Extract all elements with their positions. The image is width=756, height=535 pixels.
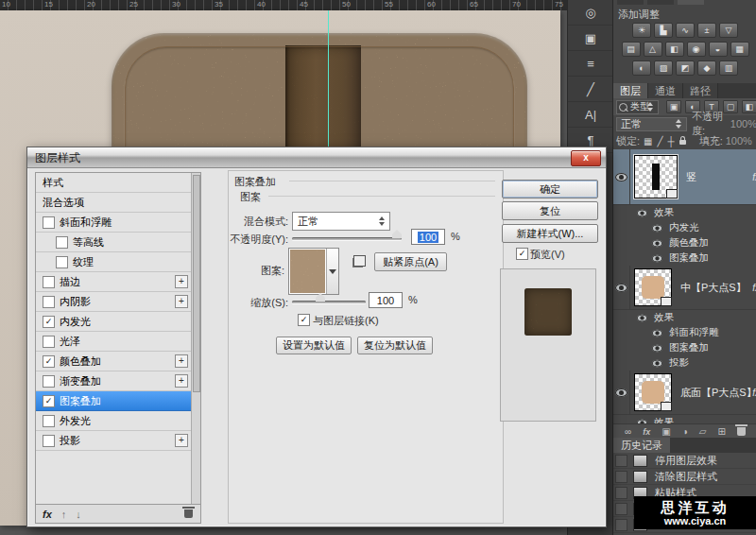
checkbox-icon[interactable] <box>43 276 55 288</box>
effects-header-row[interactable]: 效果 <box>613 205 756 220</box>
visibility-eye-icon[interactable] <box>637 314 647 321</box>
style-list-item[interactable]: 外发光 <box>36 411 192 431</box>
style-list-item[interactable]: 样式 <box>36 173 192 193</box>
color-balance-icon[interactable]: △ <box>644 42 662 57</box>
brush-presets-icon[interactable]: ≡ <box>568 51 613 77</box>
blend-mode-select[interactable]: 正常 <box>292 212 390 231</box>
style-list-item[interactable]: 光泽 <box>36 332 192 352</box>
effect-row[interactable]: 颜色叠加 <box>613 235 756 250</box>
visibility-eye-icon[interactable] <box>652 224 662 232</box>
scale-input[interactable]: 100 <box>369 292 403 308</box>
style-list-item[interactable]: ✓图案叠加 <box>36 391 192 411</box>
opacity-slider-thumb[interactable] <box>392 230 402 238</box>
checkbox-icon[interactable] <box>43 216 55 229</box>
style-list-item[interactable]: 斜面和浮雕 <box>36 213 192 233</box>
effects-header-row[interactable]: 效果 <box>613 310 756 325</box>
history-snapshot-checkbox[interactable] <box>615 519 627 531</box>
scale-slider[interactable] <box>292 301 366 303</box>
effect-row[interactable]: 投影 <box>613 355 756 371</box>
checkbox-icon[interactable] <box>56 236 68 249</box>
expand-plus-icon[interactable]: + <box>175 295 188 308</box>
layer-row[interactable]: 竖fx <box>613 149 756 205</box>
pattern-picker[interactable] <box>288 248 339 295</box>
history-snapshot-checkbox[interactable] <box>615 503 627 515</box>
tab-layers-0[interactable]: 图层 <box>613 83 648 98</box>
layer-style-icon[interactable]: fx <box>643 427 650 437</box>
style-list-item[interactable]: 内阴影+ <box>36 292 192 312</box>
move-effect-down-icon[interactable]: ↓ <box>76 509 81 520</box>
gradient-map-icon[interactable]: ▥ <box>719 60 738 76</box>
checkbox-icon[interactable] <box>43 375 55 388</box>
checkbox-icon[interactable]: ✓ <box>43 316 55 328</box>
visibility-eye-icon[interactable] <box>652 344 662 352</box>
expand-plus-icon[interactable]: + <box>175 374 188 388</box>
visibility-eye-icon[interactable] <box>652 359 662 367</box>
reset-button[interactable]: 复位 <box>502 201 598 220</box>
visibility-eye-icon[interactable] <box>615 388 627 397</box>
visibility-eye-icon[interactable] <box>615 284 627 292</box>
checkbox-icon[interactable]: ✓ <box>43 395 55 407</box>
character-panel-icon[interactable]: A| <box>568 102 613 128</box>
lock-pixels-icon[interactable]: ╱ <box>658 136 663 147</box>
close-button[interactable]: x <box>571 150 601 166</box>
blend-mode-dropdown[interactable]: 正常 <box>616 117 687 131</box>
style-list-item[interactable]: 等高线 <box>36 233 192 252</box>
panel-tab-stub[interactable] <box>647 0 674 5</box>
fill-value[interactable]: 100% <box>726 135 752 147</box>
style-list-item[interactable]: 投影+ <box>36 431 192 451</box>
visibility-eye-icon[interactable] <box>652 254 662 262</box>
history-item[interactable]: 停用图层效果 <box>613 453 756 469</box>
ok-button[interactable]: 确定 <box>502 180 598 198</box>
visibility-eye-icon[interactable] <box>652 239 662 247</box>
tab-layers-2[interactable]: 路径 <box>683 83 718 98</box>
brightness-contrast-icon[interactable]: ☀ <box>632 23 651 38</box>
panel-tab-stub[interactable] <box>617 0 644 5</box>
layer-thumbnail[interactable] <box>634 373 672 411</box>
new-pattern-icon[interactable] <box>353 255 366 267</box>
tab-history[interactable]: 历史记录 <box>613 438 670 453</box>
hue-saturation-icon[interactable]: ▤ <box>622 42 641 57</box>
layer-thumbnail[interactable] <box>634 268 672 306</box>
checkbox-icon[interactable] <box>43 336 55 348</box>
invert-icon[interactable]: ◐ <box>632 60 651 76</box>
history-snapshot-checkbox[interactable] <box>615 455 627 467</box>
curves-icon[interactable]: ∿ <box>676 23 695 38</box>
expand-plus-icon[interactable]: + <box>175 354 188 368</box>
new-style-button[interactable]: 新建样式(W)... <box>502 224 598 243</box>
checkbox-icon[interactable]: ✓ <box>43 355 55 368</box>
opacity-value[interactable]: 100% <box>730 118 756 129</box>
selective-color-icon[interactable]: ◆ <box>697 60 716 76</box>
lock-position-icon[interactable]: ┼ <box>668 136 675 147</box>
posterize-icon[interactable]: ▨ <box>654 60 673 76</box>
delete-layer-icon[interactable] <box>737 427 746 436</box>
adjustments-panel-icon[interactable]: ◎ <box>568 0 613 26</box>
pixel-layer-filter-icon[interactable]: ▣ <box>666 100 681 113</box>
style-list-item[interactable]: 纹理 <box>36 252 192 272</box>
adjustment-layer-icon[interactable]: ◑ <box>682 427 688 437</box>
effect-row[interactable]: 内发光 <box>613 220 756 235</box>
lock-all-icon[interactable] <box>679 140 686 145</box>
effect-row[interactable]: 图案叠加 <box>613 340 756 355</box>
threshold-icon[interactable]: ◩ <box>676 60 695 76</box>
move-effect-up-icon[interactable]: ↑ <box>61 509 67 520</box>
checkbox-icon[interactable] <box>43 435 55 447</box>
checkbox-icon[interactable] <box>43 415 55 427</box>
checkbox-icon[interactable] <box>43 296 55 308</box>
delete-effect-icon[interactable] <box>184 509 193 518</box>
pattern-dropdown[interactable] <box>326 249 338 294</box>
layer-row[interactable]: 中【P大点S】fx <box>613 266 756 310</box>
opacity-input[interactable]: 100 <box>411 229 445 245</box>
expand-plus-icon[interactable]: + <box>175 275 188 288</box>
style-list-item[interactable]: ✓内发光 <box>36 312 192 332</box>
dialog-title-bar[interactable]: 图层样式 x <box>27 147 606 168</box>
new-layer-icon[interactable]: ⊞ <box>718 427 726 437</box>
styles-scrollbar[interactable] <box>191 173 200 504</box>
link-with-layer-checkbox[interactable]: ✓ <box>298 314 310 326</box>
new-group-icon[interactable]: ▱ <box>699 427 707 437</box>
reset-default-button[interactable]: 复位为默认值 <box>357 337 433 354</box>
vibrance-icon[interactable]: ▽ <box>719 23 738 38</box>
snap-to-origin-button[interactable]: 贴紧原点(A) <box>374 252 447 271</box>
black-white-icon[interactable]: ◧ <box>665 42 684 57</box>
effect-row[interactable]: 斜面和浮雕 <box>613 325 756 340</box>
layer-thumbnail[interactable] <box>634 155 678 198</box>
